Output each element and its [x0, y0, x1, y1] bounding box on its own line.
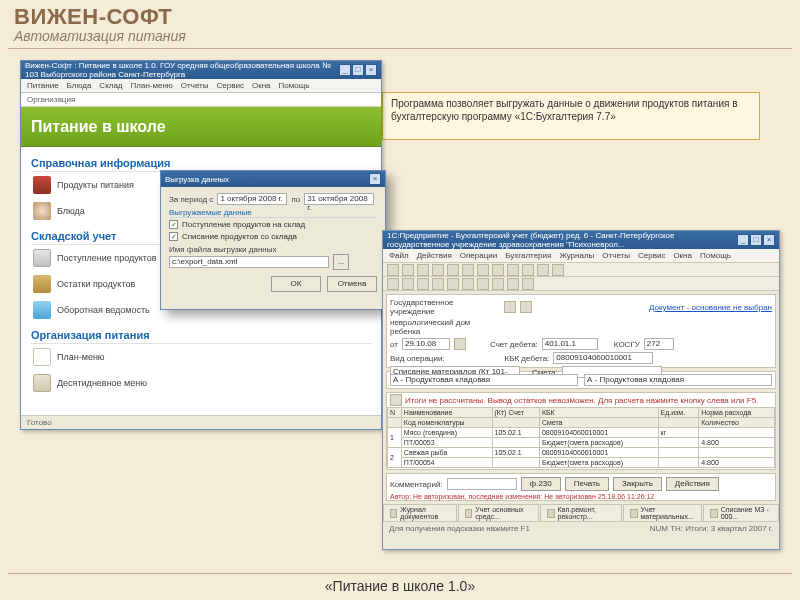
toolbar-icon[interactable]: [417, 278, 429, 290]
toolbar-icon[interactable]: [492, 278, 504, 290]
mol-from[interactable]: А - Продуктовая кладовая: [390, 374, 578, 386]
menu-item[interactable]: План-меню: [131, 81, 173, 90]
mol-to[interactable]: А - Продуктовая кладовая: [584, 374, 772, 386]
checkbox-incoming[interactable]: ✓: [169, 220, 178, 229]
menu-item[interactable]: Действия: [417, 251, 452, 260]
items-table[interactable]: N Наименование (Кт) Счет КБК Ед.изм. Нор…: [387, 407, 775, 468]
menu-item[interactable]: Отчеты: [181, 81, 209, 90]
menu-item[interactable]: Файл: [389, 251, 409, 260]
titlebar-1c[interactable]: 1С:Предприятие - Бухгалтерский учет (бюд…: [383, 231, 779, 249]
statusbar-1c: Для получения подсказки нажмите F1 NUM Т…: [383, 521, 779, 535]
nav-label: Оборотная ведомость: [57, 305, 150, 315]
toolbar-icon[interactable]: [492, 264, 504, 276]
toolbar-icon[interactable]: [387, 264, 399, 276]
kosgu-input[interactable]: 272: [644, 338, 674, 350]
ok-button[interactable]: ОК: [271, 276, 321, 292]
toolbar-icon[interactable]: [537, 264, 549, 276]
toolbar-icon[interactable]: [402, 264, 414, 276]
dialog-titlebar[interactable]: Выгрузка данных ×: [161, 171, 385, 187]
close-button[interactable]: ×: [763, 234, 775, 246]
menu-item[interactable]: Сервис: [638, 251, 665, 260]
toolbar-icon[interactable]: [387, 278, 399, 290]
date-input[interactable]: 29.10.08: [402, 338, 450, 350]
menu-item[interactable]: Бухгалтерия: [505, 251, 551, 260]
nav-label: Поступление продуктов: [57, 253, 157, 263]
menu-item[interactable]: Окна: [252, 81, 271, 90]
maximize-button[interactable]: □: [352, 64, 364, 76]
dialog-close-button[interactable]: ×: [369, 173, 381, 185]
cell: ПТ/00054: [401, 458, 492, 468]
actions-button[interactable]: Действия: [666, 477, 719, 491]
menu-item[interactable]: Сервис: [217, 81, 244, 90]
toolbar-icon[interactable]: [507, 264, 519, 276]
menu-item[interactable]: Питание: [27, 81, 59, 90]
date-to-input[interactable]: 31 октября 2008 г.: [304, 193, 374, 205]
nav-planmenu[interactable]: План-меню: [31, 344, 371, 370]
table-row[interactable]: ПТ/00053 Бюджет(смета расходов) 4.800: [388, 438, 775, 448]
print-button[interactable]: Печать: [565, 477, 609, 491]
calendar-icon[interactable]: [454, 338, 466, 350]
tab-item[interactable]: Списание МЗ - 000...: [703, 504, 779, 521]
tab-item[interactable]: Учет материальных...: [623, 504, 702, 521]
tab-item[interactable]: Учет основных средс...: [458, 504, 539, 521]
toolbar-icon[interactable]: [522, 264, 534, 276]
file-path-input[interactable]: c:\export_data.xml: [169, 256, 329, 268]
toolbar-icon[interactable]: [477, 278, 489, 290]
checkbox-writeoff[interactable]: ✓: [169, 232, 178, 241]
date-from-input[interactable]: 1 октября 2008 г.: [217, 193, 287, 205]
toolbar-icon[interactable]: [462, 264, 474, 276]
period-label: За период с: [169, 195, 213, 204]
toolbar-icon[interactable]: [507, 278, 519, 290]
minimize-button[interactable]: _: [339, 64, 351, 76]
menu-item[interactable]: Блюда: [67, 81, 92, 90]
menu-item[interactable]: Помощь: [700, 251, 731, 260]
acc-input[interactable]: 401.01.1: [542, 338, 598, 350]
kbk-input[interactable]: 08009104060010001: [553, 352, 653, 364]
menu-item[interactable]: Журналы: [559, 251, 594, 260]
menu-item[interactable]: Отчеты: [602, 251, 630, 260]
toolbar-icon[interactable]: [447, 264, 459, 276]
toolbar-1c-2[interactable]: [383, 277, 779, 291]
table-row[interactable]: 1 Мясо (говядина) 105.02.1 0800910406001…: [388, 428, 775, 438]
toolbar-icon[interactable]: [447, 278, 459, 290]
btn-icon[interactable]: [504, 301, 516, 313]
titlebar[interactable]: Вижен-Софт : Питание в школе 1.0. ГОУ ср…: [21, 61, 381, 79]
toolbar-icon[interactable]: [522, 278, 534, 290]
th: Количество: [699, 418, 775, 428]
btn-icon[interactable]: [520, 301, 532, 313]
menubar[interactable]: Питание Блюда Склад План-меню Отчеты Сер…: [21, 79, 381, 93]
status-right: NUM ТН: Итоги: 3 квартал 2007 г.: [650, 522, 773, 535]
nav-tenday[interactable]: Десятидневное меню: [31, 370, 371, 396]
toolbar-icon[interactable]: [477, 264, 489, 276]
toolbar-icon[interactable]: [552, 264, 564, 276]
f230-button[interactable]: ф.230: [521, 477, 561, 491]
cell: Свежая рыба: [401, 448, 492, 458]
toolbar-icon[interactable]: [432, 278, 444, 290]
toolbar-icon[interactable]: [417, 264, 429, 276]
toolbar-icon[interactable]: [402, 278, 414, 290]
th: N: [388, 408, 402, 418]
menu-item[interactable]: Операции: [460, 251, 497, 260]
comment-input[interactable]: [447, 478, 517, 490]
toolbar-icon[interactable]: [462, 278, 474, 290]
close-button[interactable]: ×: [365, 64, 377, 76]
close-doc-button[interactable]: Закрыть: [613, 477, 662, 491]
th: Норма расхода: [699, 408, 775, 418]
menu-item[interactable]: Помощь: [279, 81, 310, 90]
toolbar-icon[interactable]: [432, 264, 444, 276]
cell: 08009104060010001: [539, 448, 658, 458]
tab-item[interactable]: Кап.ремонт, реконстр...: [540, 504, 622, 521]
tab-item[interactable]: Журнал документов: [383, 504, 457, 521]
table-row[interactable]: ПТ/00054 Бюджет(смета расходов) 4.800: [388, 458, 775, 468]
table-row[interactable]: 2 Свежая рыба 105.02.1 08009104060010001: [388, 448, 775, 458]
doc-basis-link[interactable]: Документ - основание не выбран: [649, 303, 772, 312]
menubar-1c[interactable]: Файл Действия Операции Бухгалтерия Журна…: [383, 249, 779, 263]
cancel-button[interactable]: Отмена: [327, 276, 377, 292]
minimize-button[interactable]: _: [737, 234, 749, 246]
browse-button[interactable]: ...: [333, 254, 349, 270]
menu-item[interactable]: Склад: [99, 81, 122, 90]
calc-icon[interactable]: [390, 394, 402, 406]
menu-item[interactable]: Окна: [673, 251, 692, 260]
toolbar-1c-1[interactable]: [383, 263, 779, 277]
maximize-button[interactable]: □: [750, 234, 762, 246]
